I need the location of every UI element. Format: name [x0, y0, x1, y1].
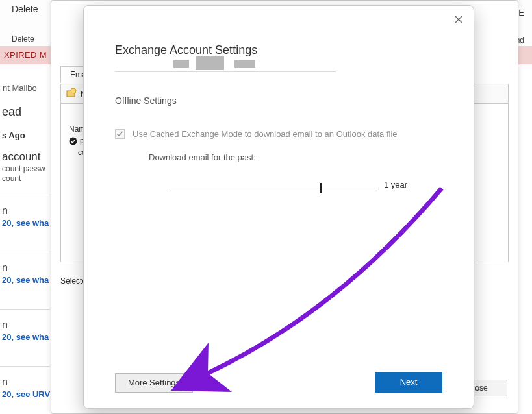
exchange-account-settings-dialog: Exchange Account Settings Offline Settin… [83, 5, 474, 409]
slider-track [171, 188, 379, 188]
download-past-label: Download email for the past: [149, 152, 256, 162]
dialog-title: Exchange Account Settings [115, 43, 257, 57]
title-underline [115, 62, 336, 72]
msg-preview-subject[interactable]: account [2, 151, 41, 164]
ribbon-delete-big[interactable]: Delete [12, 4, 38, 14]
group-header-days-ago: s Ago [2, 130, 25, 140]
msg-preview-link-2[interactable]: 20, see wha [2, 218, 49, 228]
cached-mode-checkbox[interactable] [115, 129, 125, 139]
msg-preview-line2: count [2, 174, 21, 183]
msg-preview-subject-4[interactable]: n [2, 319, 8, 331]
unread-heading: ead [2, 105, 21, 119]
default-check-icon [69, 137, 77, 145]
divider [0, 252, 50, 252]
new-account-icon [66, 88, 77, 99]
next-button[interactable]: Next [375, 372, 442, 393]
divider [0, 366, 50, 367]
divider [0, 195, 50, 195]
search-mailbox-placeholder[interactable]: nt Mailbo [3, 83, 37, 93]
slider-value-label: 1 year [384, 180, 407, 189]
msg-preview-subject-2[interactable]: n [2, 205, 8, 217]
cached-mode-label: Use Cached Exchange Mode to download ema… [133, 129, 398, 139]
offline-settings-heading: Offline Settings [115, 95, 177, 106]
cached-mode-row: Use Cached Exchange Mode to download ema… [115, 129, 398, 139]
svg-point-2 [70, 137, 77, 145]
banner-text: XPIRED M [4, 50, 47, 60]
download-past-slider[interactable] [171, 182, 379, 194]
msg-preview-link-5[interactable]: 20, see URV [2, 389, 50, 399]
divider [0, 309, 50, 310]
close-icon[interactable] [453, 15, 464, 27]
more-settings-button[interactable]: More Settings [115, 373, 193, 393]
msg-preview-line1: count passw [2, 164, 45, 173]
svg-point-1 [71, 88, 76, 93]
msg-preview-link-3[interactable]: 20, see wha [2, 275, 49, 285]
msg-preview-link-4[interactable]: 20, see wha [2, 332, 49, 342]
msg-preview-subject-5[interactable]: n [2, 376, 8, 388]
msg-preview-subject-3[interactable]: n [2, 262, 8, 274]
slider-thumb[interactable] [320, 183, 322, 193]
ribbon-delete-group-label: Delete [12, 34, 34, 43]
